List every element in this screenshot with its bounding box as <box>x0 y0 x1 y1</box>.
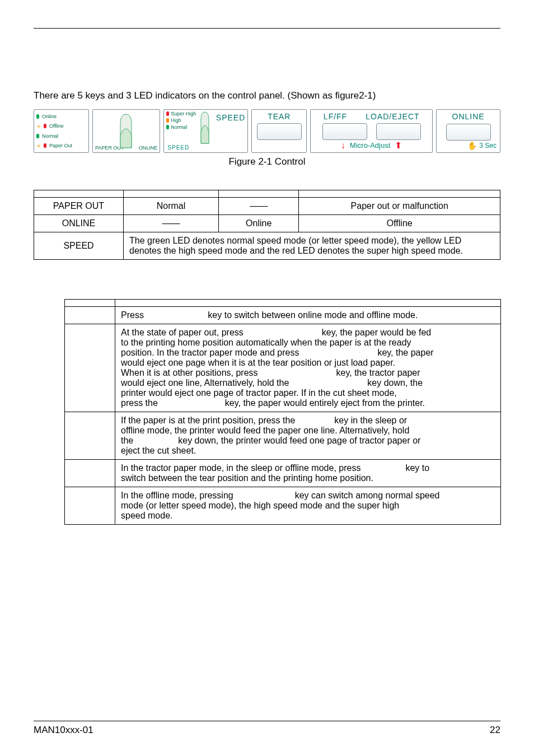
table-row: Press key to switch between online mode … <box>65 307 501 324</box>
superhigh-led: Super High <box>166 111 196 116</box>
table-row: In the offline mode, pressingkey can swi… <box>65 487 501 525</box>
table-row: SPEED The green LED denotes normal speed… <box>34 232 500 260</box>
online-key[interactable] <box>446 124 491 141</box>
loadeject-key[interactable] <box>376 123 421 140</box>
normal-led2: Normal <box>166 124 196 130</box>
loadeject-label: LOAD/EJECT <box>366 112 419 121</box>
speed-caption: SPEED <box>166 144 245 151</box>
led-status-box: Online ☀Offline Normal ☀Paper Out <box>34 109 89 153</box>
control-panel-figure: Online ☀Offline Normal ☀Paper Out PAPER … <box>34 109 500 153</box>
online-led: Online <box>36 114 86 119</box>
tear-key[interactable] <box>257 123 302 140</box>
key-profile-icon <box>118 113 134 149</box>
footer: MAN10xxx-01 22 <box>34 721 500 736</box>
online-label: ONLINE <box>139 145 158 151</box>
table-row <box>34 190 500 198</box>
hold-icon: ✋ <box>467 141 477 150</box>
table-row: If the paper is at the print position, p… <box>65 412 501 460</box>
normal-led: Normal <box>36 133 86 139</box>
offline-row: ☀Offline <box>36 123 86 129</box>
lfff-key[interactable] <box>322 123 367 140</box>
online-key-label: ONLINE <box>452 112 485 121</box>
sun-icon: ☀ <box>36 143 41 148</box>
tear-box: TEAR <box>251 109 307 153</box>
key-table: Press key to switch between online mode … <box>64 299 501 525</box>
table-row: At the state of paper out, presskey, the… <box>65 324 501 412</box>
sec-label: 3 Sec <box>479 142 496 150</box>
lfff-label: LF/FF <box>324 112 347 121</box>
table-row: PAPER OUT Normal —— Paper out or malfunc… <box>34 198 500 215</box>
footer-page: 22 <box>490 725 500 736</box>
speed-box: Super High High Normal SPEED SPEED <box>163 109 248 153</box>
arrow-down-icon: ↓ <box>341 141 345 151</box>
high-led: High <box>166 118 196 123</box>
micro-adjust-label: Micro-Adjust <box>350 141 390 150</box>
table-row: ONLINE —— Online Offline <box>34 215 500 232</box>
figure-caption: Figure 2-1 Control <box>34 156 500 167</box>
table-row: In the tractor paper mode, in the sleep … <box>65 460 501 487</box>
paperout-online-box: PAPER OUT ONLINE <box>92 109 160 153</box>
online-key-box: ONLINE ✋ 3 Sec <box>436 109 500 153</box>
speed-label: SPEED <box>216 111 245 122</box>
footer-left: MAN10xxx-01 <box>34 725 93 736</box>
table-row <box>65 300 501 307</box>
paperout-row: ☀Paper Out <box>36 143 86 148</box>
tear-label: TEAR <box>268 112 291 121</box>
arrow-up-icon: ⬆ <box>395 140 402 151</box>
lfff-loadeject-box: LF/FF LOAD/EJECT ↓ Micro-Adjust ⬆ <box>310 109 433 153</box>
intro-text: There are 5 keys and 3 LED indicators on… <box>34 90 500 101</box>
led-table: PAPER OUT Normal —— Paper out or malfunc… <box>34 190 500 260</box>
sun-icon: ☀ <box>36 124 41 128</box>
key-profile-icon <box>199 111 210 144</box>
